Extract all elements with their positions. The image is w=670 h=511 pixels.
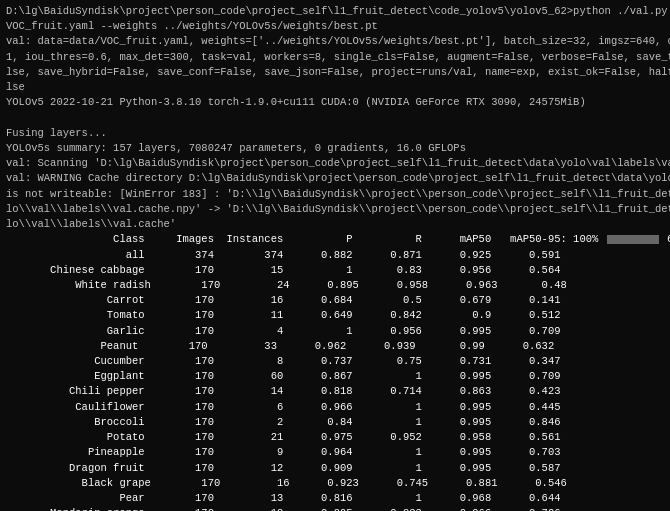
row-cucumber: Cucumber 170 8 0.737 0.75 0.731 0.347 bbox=[6, 354, 664, 369]
row-carrot: Carrot 170 16 0.684 0.5 0.679 0.141 bbox=[6, 293, 664, 308]
terminal-window: D:\lg\BaiduSyndisk\project\person_code\p… bbox=[0, 0, 670, 511]
line-warning3: lo\\val\\labels\\val.cache.npy' -> 'D:\\… bbox=[6, 202, 664, 217]
line-7: YOLOv5 2022-10-21 Python-3.8.10 torch-1.… bbox=[6, 95, 664, 110]
row-tomato: Tomato 170 11 0.649 0.842 0.9 0.512 bbox=[6, 308, 664, 323]
row-black-grape: Black grape 170 16 0.923 0.745 0.881 0.5… bbox=[6, 476, 664, 491]
line-summary: YOLOv5s summary: 157 layers, 7080247 par… bbox=[6, 141, 664, 156]
line-warning2: is not writeable: [WinError 183] : 'D:\\… bbox=[6, 187, 664, 202]
line-5: lse, save_hybrid=False, save_conf=False,… bbox=[6, 65, 664, 80]
row-white-radish: White radish 170 24 0.895 0.958 0.963 0.… bbox=[6, 278, 664, 293]
table-header: Class Images Instances P R mAP50 mAP50-9… bbox=[6, 232, 664, 247]
line-8 bbox=[6, 111, 664, 126]
line-6: lse bbox=[6, 80, 664, 95]
row-garlic: Garlic 170 4 1 0.956 0.995 0.709 bbox=[6, 324, 664, 339]
line-4: 1, iou_thres=0.6, max_det=300, task=val,… bbox=[6, 50, 664, 65]
row-eggplant: Eggplant 170 60 0.867 1 0.995 0.709 bbox=[6, 369, 664, 384]
row-chinese-cabbage: Chinese cabbage 170 15 1 0.83 0.956 0.56… bbox=[6, 263, 664, 278]
terminal-output: D:\lg\BaiduSyndisk\project\person_code\p… bbox=[6, 4, 664, 511]
row-peanut: Peanut 170 33 0.962 0.939 0.99 0.632 bbox=[6, 339, 664, 354]
row-broccoli: Broccoli 170 2 0.84 1 0.995 0.846 bbox=[6, 415, 664, 430]
row-mandarin-orange: Mandarin orange 170 18 0.895 0.833 0.966… bbox=[6, 506, 664, 511]
line-1: D:\lg\BaiduSyndisk\project\person_code\p… bbox=[6, 4, 664, 19]
row-pineapple: Pineapple 170 9 0.964 1 0.995 0.703 bbox=[6, 445, 664, 460]
row-pear: Pear 170 13 0.816 1 0.968 0.644 bbox=[6, 491, 664, 506]
row-chili-pepper: Chili pepper 170 14 0.818 0.714 0.863 0.… bbox=[6, 384, 664, 399]
line-2: VOC_fruit.yaml --weights ../weights/YOLO… bbox=[6, 19, 664, 34]
line-3: val: data=data/VOC_fruit.yaml, weights=[… bbox=[6, 34, 664, 49]
row-cauliflower: Cauliflower 170 6 0.966 1 0.995 0.445 bbox=[6, 400, 664, 415]
line-warning1: val: WARNING Cache directory D:\lg\Baidu… bbox=[6, 171, 664, 186]
row-all: all 374 374 0.882 0.871 0.925 0.591 0.59… bbox=[6, 248, 664, 263]
line-warning4: lo\\val\\labels\\val.cache' bbox=[6, 217, 664, 232]
row-potato: Potato 170 21 0.975 0.952 0.958 0.561 bbox=[6, 430, 664, 445]
row-dragon-fruit: Dragon fruit 170 12 0.909 1 0.995 0.587 bbox=[6, 461, 664, 476]
line-scanning: val: Scanning 'D:\lg\BaiduSyndisk\projec… bbox=[6, 156, 664, 171]
line-fusing: Fusing layers... bbox=[6, 126, 664, 141]
